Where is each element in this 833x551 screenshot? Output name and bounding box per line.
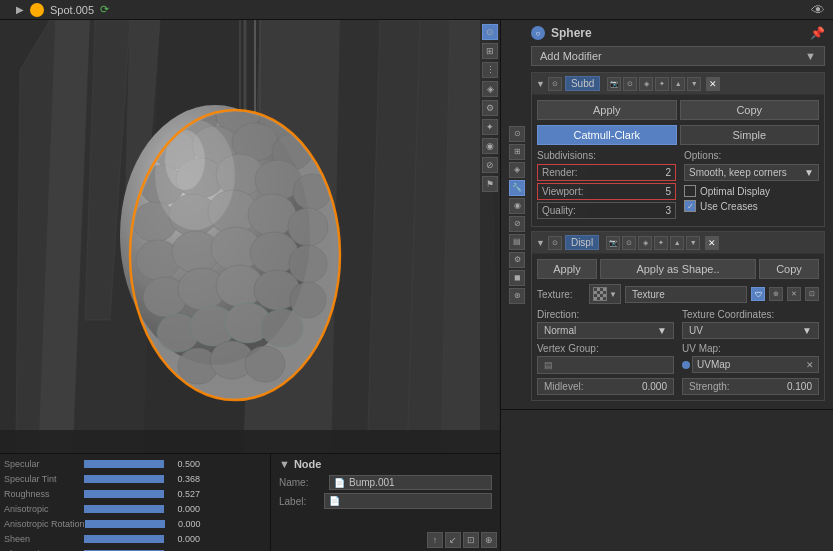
displace-icon-1[interactable]: 📷 bbox=[606, 236, 620, 250]
subd-x-btn[interactable]: ✕ bbox=[706, 77, 720, 91]
subd-icon-6[interactable]: ▼ bbox=[687, 77, 701, 91]
panel-icon-5[interactable]: ◉ bbox=[509, 198, 525, 214]
tex-icon-copy[interactable]: ⊕ bbox=[769, 287, 783, 301]
vrs-icon-4[interactable]: ◈ bbox=[482, 81, 498, 97]
mat-prop-label: Anisotropic Rotation bbox=[4, 519, 85, 529]
subdivisions-section: Subdivisions: Render: 2 Viewport: bbox=[537, 150, 676, 221]
vertex-group-label: Vertex Group: bbox=[537, 343, 674, 354]
optimal-display-checkbox[interactable] bbox=[684, 185, 696, 197]
displace-collapse-icon[interactable]: ▼ bbox=[536, 238, 545, 248]
vb-icon-4[interactable]: ⊕ bbox=[481, 532, 497, 548]
vrs-icon-2[interactable]: ⊞ bbox=[482, 43, 498, 59]
displace-icon-5[interactable]: ▲ bbox=[670, 236, 684, 250]
subd-icon-4[interactable]: ✦ bbox=[655, 77, 669, 91]
vrs-icon-8[interactable]: ⊘ bbox=[482, 157, 498, 173]
mat-prop-label: Specular bbox=[4, 459, 84, 469]
vrs-icon-6[interactable]: ✦ bbox=[482, 119, 498, 135]
tex-icon-shield[interactable]: 🛡 bbox=[751, 287, 765, 301]
tex-icon-x[interactable]: ✕ bbox=[787, 287, 801, 301]
displace-icons: 📷 ⊙ ◈ ✦ ▲ ▼ bbox=[606, 236, 700, 250]
subd-apply-btn[interactable]: Apply bbox=[537, 100, 677, 120]
mat-prop-value: 0.368 bbox=[168, 474, 200, 484]
render-field[interactable]: Render: 2 bbox=[537, 164, 676, 181]
node-name-row: Name: 📄 Bump.001 bbox=[279, 475, 492, 490]
mat-prop-bar[interactable] bbox=[84, 475, 164, 483]
panel-icon-1[interactable]: ⊙ bbox=[509, 126, 525, 142]
vb-icon-1[interactable]: ↑ bbox=[427, 532, 443, 548]
vertex-group-section: Vertex Group: ▤ bbox=[537, 343, 674, 374]
vb-icon-2[interactable]: ↙ bbox=[445, 532, 461, 548]
eye-icon[interactable]: 👁 bbox=[811, 2, 825, 18]
panel-icon-10[interactable]: ⊛ bbox=[509, 288, 525, 304]
vrs-icon-7[interactable]: ◉ bbox=[482, 138, 498, 154]
vrs-icon-3[interactable]: ⋮ bbox=[482, 62, 498, 78]
uv-map-x[interactable]: ✕ bbox=[806, 360, 814, 370]
top-bar: ▶ Spot.005 ⟳ 👁 bbox=[0, 0, 833, 20]
bottom-panels: Specular 0.500 Specular Tint 0.368 Rough… bbox=[0, 453, 500, 551]
displace-icon-4[interactable]: ✦ bbox=[654, 236, 668, 250]
panel-icon-3[interactable]: ◈ bbox=[509, 162, 525, 178]
checkerboard-icon bbox=[593, 287, 607, 301]
catmull-clark-btn[interactable]: Catmull-Clark bbox=[537, 125, 677, 145]
add-modifier-btn[interactable]: Add Modifier ▼ bbox=[531, 46, 825, 66]
mat-prop-bar[interactable] bbox=[84, 460, 164, 468]
mat-prop-bar[interactable] bbox=[84, 505, 164, 513]
viewport-field[interactable]: Viewport: 5 bbox=[537, 183, 676, 200]
use-creases-checkbox[interactable]: ✓ bbox=[684, 200, 696, 212]
subd-icon-2[interactable]: ⊙ bbox=[623, 77, 637, 91]
optimal-display-row: Optimal Display bbox=[684, 185, 819, 197]
panel-icon-2[interactable]: ⊞ bbox=[509, 144, 525, 160]
mat-prop-value: 0.000 bbox=[168, 534, 200, 544]
vrs-icon-5[interactable]: ⚙ bbox=[482, 100, 498, 116]
mat-prop-label: Sheen bbox=[4, 534, 84, 544]
displace-copy-btn[interactable]: Copy bbox=[759, 259, 819, 279]
subd-icon-1[interactable]: 📷 bbox=[607, 77, 621, 91]
displace-icon-3[interactable]: ◈ bbox=[638, 236, 652, 250]
tex-icon-browse[interactable]: ⊡ bbox=[805, 287, 819, 301]
simple-btn[interactable]: Simple bbox=[680, 125, 820, 145]
displace-x-btn[interactable]: ✕ bbox=[705, 236, 719, 250]
spot-bar: ▶ Spot.005 ⟳ bbox=[8, 1, 811, 19]
vrs-icon-9[interactable]: ⚑ bbox=[482, 176, 498, 192]
displace-render-icon: ⊙ bbox=[548, 236, 562, 250]
subd-icon-3[interactable]: ◈ bbox=[639, 77, 653, 91]
triangle-expand-icon: ▼ bbox=[279, 458, 290, 470]
displace-apply-btn[interactable]: Apply bbox=[537, 259, 597, 279]
direction-dropdown[interactable]: Normal ▼ bbox=[537, 322, 674, 339]
vrs-icon-1[interactable]: ⊙ bbox=[482, 24, 498, 40]
panel-object-name: Sphere bbox=[551, 26, 804, 40]
displace-icon-2[interactable]: ⊙ bbox=[622, 236, 636, 250]
mat-prop-bar[interactable] bbox=[84, 490, 164, 498]
right-panel: ⊙ ⊞ ◈ 🔧 ◉ ⊘ ▤ ⚙ ◼ ⊛ ○ Sphere 📌 bbox=[500, 20, 833, 551]
panel-icon-4[interactable]: 🔧 bbox=[509, 180, 525, 196]
quality-field[interactable]: Quality: 3 bbox=[537, 202, 676, 219]
direction-section: Direction: Normal ▼ bbox=[537, 309, 674, 339]
texture-coords-arrow: ▼ bbox=[802, 325, 812, 336]
subd-icon-5[interactable]: ▲ bbox=[671, 77, 685, 91]
node-label-field[interactable]: 📄 bbox=[324, 493, 492, 509]
panel-icon-8[interactable]: ⚙ bbox=[509, 252, 525, 268]
texture-type-btn[interactable]: ▼ bbox=[589, 284, 621, 304]
panel-icon-6[interactable]: ⊘ bbox=[509, 216, 525, 232]
panel-pin-icon[interactable]: 📌 bbox=[810, 26, 825, 40]
panel-icon-7[interactable]: ▤ bbox=[509, 234, 525, 250]
use-creases-row: ✓ Use Creases bbox=[684, 200, 819, 212]
strength-value: 0.100 bbox=[787, 381, 812, 392]
node-name-field[interactable]: 📄 Bump.001 bbox=[329, 475, 492, 490]
svg-point-49 bbox=[261, 309, 303, 347]
subd-copy-btn[interactable]: Copy bbox=[680, 100, 820, 120]
mat-prop-bar[interactable] bbox=[85, 520, 165, 528]
displace-apply-shape-btn[interactable]: Apply as Shape.. bbox=[600, 259, 756, 279]
vertex-group-field[interactable]: ▤ bbox=[537, 356, 674, 374]
texture-coords-dropdown[interactable]: UV ▼ bbox=[682, 322, 819, 339]
texture-name-field[interactable]: Texture bbox=[625, 286, 747, 303]
vb-icon-3[interactable]: ⊡ bbox=[463, 532, 479, 548]
mat-prop-row: Anisotropic Rotation 0.000 bbox=[4, 517, 266, 531]
uv-map-field[interactable]: UVMap ✕ bbox=[692, 356, 819, 373]
panel-icon-9[interactable]: ◼ bbox=[509, 270, 525, 286]
mat-prop-bar[interactable] bbox=[84, 535, 164, 543]
subd-collapse-icon[interactable]: ▼ bbox=[536, 79, 545, 89]
add-modifier-label: Add Modifier bbox=[540, 50, 602, 62]
displace-icon-6[interactable]: ▼ bbox=[686, 236, 700, 250]
smooth-dropdown[interactable]: Smooth, keep corners ▼ bbox=[684, 164, 819, 181]
